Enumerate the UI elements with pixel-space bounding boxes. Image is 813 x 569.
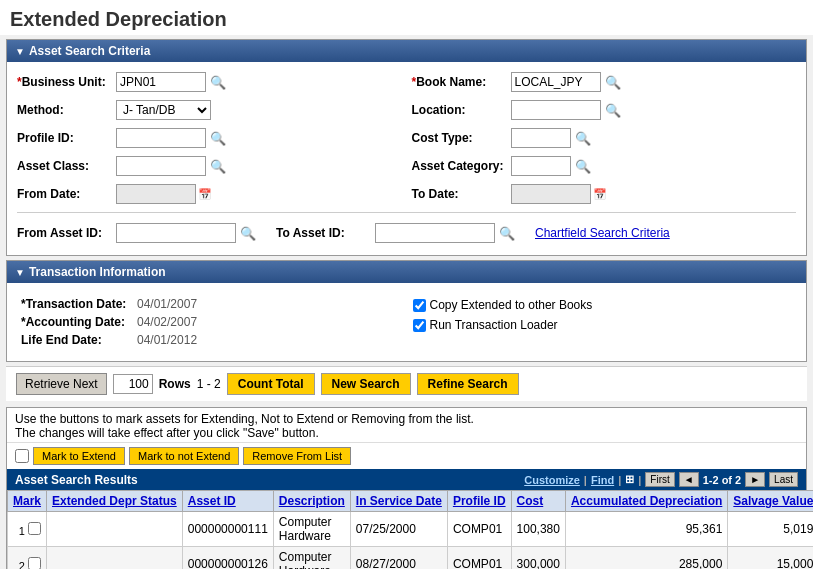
accum-depr-cell: 95,361: [565, 512, 727, 547]
to-asset-id-search-icon[interactable]: 🔍: [499, 226, 515, 241]
asset-search-panel: ▼ Asset Search Criteria Business Unit: 🔍…: [6, 39, 807, 256]
cost-cell: 300,000: [511, 547, 565, 570]
asset-id-cell: 000000000111: [182, 512, 273, 547]
asset-id-cell: 000000000126: [182, 547, 273, 570]
to-date-calendar-icon[interactable]: 📅: [593, 188, 607, 201]
col-header-in-service-date[interactable]: In Service Date: [350, 491, 447, 512]
accounting-date-label: *Accounting Date:: [21, 315, 131, 329]
from-date-wrapper: 📅: [116, 184, 212, 204]
from-date-input[interactable]: [116, 184, 196, 204]
profile-id-label: Profile ID:: [17, 131, 112, 145]
asset-search-grid: Business Unit: 🔍 Book Name: 🔍 Method: J-…: [17, 70, 796, 206]
book-name-label: Book Name:: [412, 75, 507, 89]
to-asset-id-input[interactable]: [375, 223, 495, 243]
row-checkbox[interactable]: [28, 522, 41, 535]
to-date-label: To Date:: [412, 187, 507, 201]
col-header-asset-id[interactable]: Asset ID: [182, 491, 273, 512]
extended-depr-status-cell: [47, 512, 183, 547]
col-header-profile-id[interactable]: Profile ID: [447, 491, 511, 512]
asset-search-body: Business Unit: 🔍 Book Name: 🔍 Method: J-…: [7, 62, 806, 255]
cost-type-row: Cost Type: 🔍: [412, 126, 797, 150]
from-date-calendar-icon[interactable]: 📅: [198, 188, 212, 201]
mark-not-extend-button[interactable]: Mark to not Extend: [129, 447, 239, 465]
asset-category-label: Asset Category:: [412, 159, 507, 173]
col-header-salvage[interactable]: Salvage Value: [728, 491, 813, 512]
accum-depr-cell: 285,000: [565, 547, 727, 570]
col-header-description[interactable]: Description: [273, 491, 350, 512]
col-header-accum-depr[interactable]: Accumulated Depreciation: [565, 491, 727, 512]
notice-line2: The changes will take effect after you c…: [15, 426, 798, 440]
location-search-icon[interactable]: 🔍: [605, 103, 621, 118]
from-asset-id-input[interactable]: [116, 223, 236, 243]
profile-id-search-icon[interactable]: 🔍: [210, 131, 226, 146]
results-buttons-row: Mark to Extend Mark to not Extend Remove…: [7, 443, 806, 469]
salvage-value-cell: 5,019: [728, 512, 813, 547]
col-header-extended-depr[interactable]: Extended Depr Status: [47, 491, 183, 512]
profile-id-input[interactable]: [116, 128, 206, 148]
rows-label: Rows: [159, 377, 191, 391]
to-date-input[interactable]: [511, 184, 591, 204]
count-total-button[interactable]: Count Total: [227, 373, 315, 395]
row-num-cell: 2: [8, 547, 47, 570]
asset-category-input[interactable]: [511, 156, 571, 176]
customize-link[interactable]: Customize: [524, 474, 580, 486]
run-transaction-checkbox[interactable]: [413, 319, 426, 332]
results-panel: Use the buttons to mark assets for Exten…: [6, 407, 807, 569]
accounting-date-row: *Accounting Date: 04/02/2007: [21, 313, 401, 331]
cost-type-search-icon[interactable]: 🔍: [575, 131, 591, 146]
book-name-search-icon[interactable]: 🔍: [605, 75, 621, 90]
asset-class-search-icon[interactable]: 🔍: [210, 159, 226, 174]
from-asset-id-search-icon[interactable]: 🔍: [240, 226, 256, 241]
profile-id-row: Profile ID: 🔍: [17, 126, 402, 150]
row-checkbox[interactable]: [28, 557, 41, 570]
transaction-date-label: *Transaction Date:: [21, 297, 131, 311]
table-row: 2 000000000126 Computer Hardware 08/27/2…: [8, 547, 814, 570]
business-unit-search-icon[interactable]: 🔍: [210, 75, 226, 90]
business-unit-input[interactable]: [116, 72, 206, 92]
to-asset-id-group: To Asset ID: 🔍: [276, 223, 515, 243]
last-nav-button[interactable]: Last: [769, 472, 798, 487]
mark-to-extend-button[interactable]: Mark to Extend: [33, 447, 125, 465]
collapse-icon[interactable]: ▼: [15, 46, 25, 57]
refine-search-button[interactable]: Refine Search: [417, 373, 519, 395]
cost-cell: 100,380: [511, 512, 565, 547]
remove-from-list-button[interactable]: Remove From List: [243, 447, 351, 465]
accounting-date-value: 04/02/2007: [137, 315, 197, 329]
find-link[interactable]: Find: [591, 474, 614, 486]
asset-search-title: Asset Search Criteria: [29, 44, 150, 58]
rows-range: 1 - 2: [197, 377, 221, 391]
transaction-date-row: *Transaction Date: 04/01/2007: [21, 295, 401, 313]
transaction-grid: *Transaction Date: 04/01/2007 *Accountin…: [17, 291, 796, 353]
prev-nav-button[interactable]: ◄: [679, 472, 699, 487]
profile-id-cell: COMP01: [447, 547, 511, 570]
first-nav-button[interactable]: First: [645, 472, 674, 487]
table-row: 1 000000000111 Computer Hardware 07/25/2…: [8, 512, 814, 547]
method-select[interactable]: J- Tan/DB Straight Line DB: [116, 100, 211, 120]
cost-type-input[interactable]: [511, 128, 571, 148]
method-label: Method:: [17, 103, 112, 117]
to-date-wrapper: 📅: [511, 184, 607, 204]
location-input[interactable]: [511, 100, 601, 120]
results-section-label: Asset Search Results: [15, 473, 138, 487]
col-header-cost[interactable]: Cost: [511, 491, 565, 512]
book-name-input[interactable]: [511, 72, 601, 92]
trans-right-col: Copy Extended to other Books Run Transac…: [409, 291, 797, 353]
copy-extended-checkbox[interactable]: [413, 299, 426, 312]
trans-collapse-icon[interactable]: ▼: [15, 267, 25, 278]
retrieve-next-button[interactable]: Retrieve Next: [16, 373, 107, 395]
grid-view-icon[interactable]: ⊞: [625, 473, 634, 486]
row-count-input[interactable]: [113, 374, 153, 394]
chartfield-search-link[interactable]: Chartfield Search Criteria: [535, 226, 670, 240]
col-header-mark[interactable]: Mark: [8, 491, 47, 512]
select-all-checkbox[interactable]: [15, 449, 29, 463]
life-end-date-row: Life End Date: 04/01/2012: [21, 331, 401, 349]
profile-id-cell: COMP01: [447, 512, 511, 547]
toolbar-row: Retrieve Next Rows 1 - 2 Count Total New…: [6, 366, 807, 401]
asset-class-row: Asset Class: 🔍: [17, 154, 402, 178]
asset-class-input[interactable]: [116, 156, 206, 176]
next-nav-button[interactable]: ►: [745, 472, 765, 487]
from-asset-id-group: From Asset ID: 🔍: [17, 223, 256, 243]
business-unit-label: Business Unit:: [17, 75, 112, 89]
new-search-button[interactable]: New Search: [321, 373, 411, 395]
asset-category-search-icon[interactable]: 🔍: [575, 159, 591, 174]
